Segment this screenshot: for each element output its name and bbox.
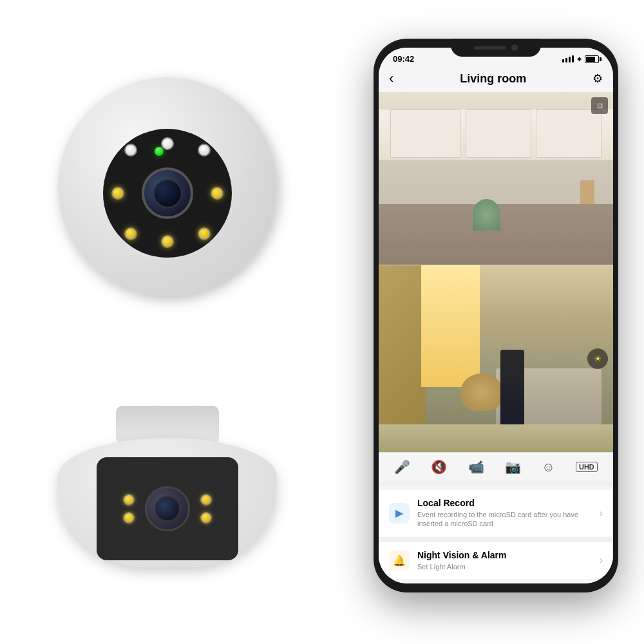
sun-icon: ☀: [594, 354, 602, 364]
phone-speaker: [474, 46, 506, 50]
kitchen-scene: [379, 92, 613, 265]
night-vision-content: Night Vision & Alarm Set Light Alarm: [417, 550, 600, 571]
living-scene: [379, 265, 613, 452]
controls-bar: 🎤 🔇 📹 📷 ☺ UHD: [379, 452, 613, 481]
local-record-icon: ▶: [389, 503, 410, 524]
local-record-item[interactable]: ▶ Local Record Event recording to the mi…: [379, 490, 613, 536]
video-container: ⊡: [379, 92, 613, 452]
mic-button[interactable]: 🎤: [394, 459, 410, 475]
bottom-video-feed: ☀: [379, 265, 613, 452]
led-bottom-yellow: [161, 235, 174, 248]
menu-list: ▶ Local Record Event recording to the mi…: [379, 486, 613, 583]
night-vision-icon: 🔔: [389, 550, 410, 571]
phone-body: 09:42 ⌖: [374, 39, 618, 592]
room-title: Living room: [460, 72, 526, 86]
led-left-yellow: [111, 187, 124, 200]
local-record-title: Local Record: [417, 498, 600, 508]
camera-head-front: [103, 129, 232, 258]
menu-separator: [379, 481, 613, 486]
camera-base-front: [97, 457, 238, 560]
main-lens-inner: [153, 179, 182, 208]
led-bottom-right-yellow: [198, 227, 211, 240]
emoji-button[interactable]: ☺: [542, 460, 554, 475]
mic-icon: 🎤: [394, 459, 410, 475]
camera-base: [58, 438, 277, 567]
fullscreen-icon: ⊡: [597, 102, 603, 110]
signal-icon: [562, 55, 574, 62]
battery-fill: [586, 57, 595, 62]
wifi-icon: ⌖: [577, 55, 582, 64]
uhd-button[interactable]: UHD: [576, 462, 598, 472]
night-vision-alarm-item[interactable]: 🔔 Night Vision & Alarm Set Light Alarm ›: [379, 542, 613, 579]
status-icons: ⌖: [562, 55, 599, 64]
night-vision-subtitle: Set Light Alarm: [417, 562, 600, 571]
record-icon: 📹: [468, 459, 484, 475]
status-time: 09:42: [393, 54, 414, 64]
camera-head: [58, 77, 277, 296]
uhd-label: UHD: [576, 462, 598, 472]
base-led-right-top: [200, 494, 212, 506]
top-video-feed: ⊡: [379, 92, 613, 265]
base-led-left-bottom: [123, 512, 135, 524]
base-lens-inner: [155, 496, 180, 522]
camera-product: [19, 77, 316, 567]
led-right-yellow: [211, 187, 223, 200]
main-camera-lens: [142, 167, 193, 219]
night-vision-chevron: ›: [600, 554, 603, 566]
led-top-right-white: [198, 144, 211, 156]
settings-button[interactable]: ⚙: [592, 71, 603, 86]
menu-separator-2: [379, 537, 613, 542]
fullscreen-button[interactable]: ⊡: [591, 97, 608, 114]
local-record-chevron: ›: [600, 507, 603, 519]
base-led-left-top: [123, 494, 135, 506]
led-bottom-left-yellow: [124, 227, 137, 240]
emoji-icon: ☺: [542, 460, 554, 475]
mute-icon: 🔇: [431, 459, 447, 475]
mute-button[interactable]: 🔇: [431, 459, 447, 475]
local-record-content: Local Record Event recording to the micr…: [417, 498, 600, 529]
phone-screen: 09:42 ⌖: [379, 48, 613, 583]
night-vision-title: Night Vision & Alarm: [417, 550, 600, 560]
base-led-right-bottom: [200, 512, 212, 524]
base-camera-lens: [145, 486, 190, 531]
led-top-white: [161, 137, 174, 150]
local-record-subtitle: Event recording to the microSD card afte…: [417, 510, 600, 529]
back-button[interactable]: ‹: [389, 70, 393, 87]
front-camera: [511, 44, 518, 51]
phone-notch: [451, 39, 541, 57]
phone-device: 09:42 ⌖: [374, 39, 618, 592]
battery-icon: [585, 55, 599, 63]
record-button[interactable]: 📹: [468, 459, 484, 475]
night-vision-toggle[interactable]: ☀: [587, 348, 608, 369]
scene: 09:42 ⌖: [0, 0, 644, 644]
snapshot-icon: 📷: [505, 459, 521, 475]
snapshot-button[interactable]: 📷: [505, 459, 521, 475]
app-header: ‹ Living room ⚙: [379, 66, 613, 92]
led-top-left-white: [124, 144, 137, 156]
